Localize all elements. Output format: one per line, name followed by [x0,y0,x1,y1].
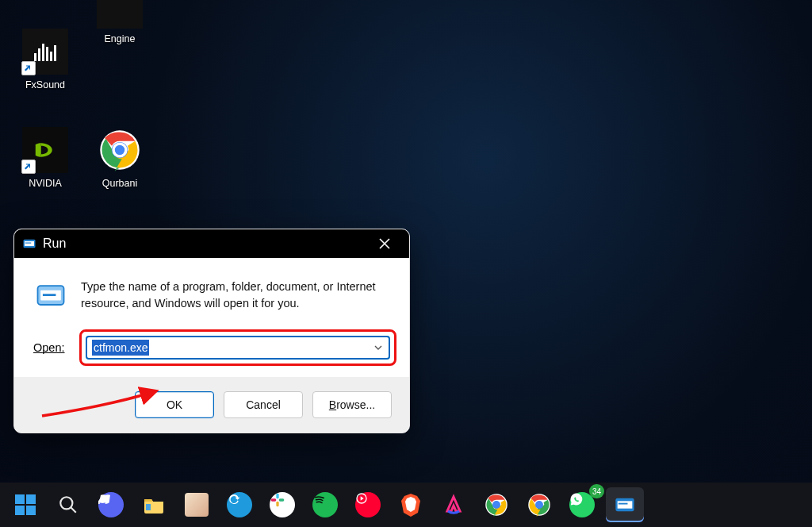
svg-rect-2 [42,44,44,61]
taskbar-app-youtube-music[interactable] [349,487,387,522]
svg-rect-16 [26,494,36,504]
brave-icon [400,492,422,517]
sync-icon [227,492,252,517]
chrome-icon [485,493,508,517]
svg-rect-4 [50,52,52,61]
taskbar-app-chrome-canary[interactable] [520,487,558,522]
svg-point-29 [535,501,543,509]
svg-rect-11 [25,243,32,244]
svg-rect-15 [15,494,25,504]
run-large-icon [33,279,68,314]
desktop-icon-label: Engine [105,33,136,44]
cancel-button[interactable]: Cancel [224,391,303,418]
taskbar-app-chrome[interactable] [477,487,515,522]
svg-rect-0 [34,53,36,61]
dialog-description: Type the name of a program, folder, docu… [81,279,390,312]
chrome-icon [97,127,143,173]
svg-rect-20 [146,504,151,510]
run-icon [22,237,36,251]
shortcut-arrow-icon [21,61,36,75]
taskbar-app-spotify[interactable] [306,487,344,522]
dialog-buttons: OK Cancel Browse... [14,377,409,433]
desktop-icon-label: NVIDIA [29,178,62,189]
open-combobox[interactable]: ctfmon.exe [86,336,390,360]
svg-rect-18 [26,506,36,515]
svg-rect-10 [25,241,34,246]
close-button[interactable] [368,233,401,255]
desktop-icon-engine[interactable]: Engine [86,0,154,44]
fxsound-icon [22,29,68,75]
svg-rect-31 [618,501,633,508]
taskbar-app-arc[interactable] [435,487,473,522]
run-dialog: Run Type the name of a program, folder, … [13,229,410,433]
dialog-body: Type the name of a program, folder, docu… [14,258,409,377]
svg-rect-21 [276,494,278,499]
taskbar-app-anime[interactable] [178,487,216,522]
desktop-icon-label: Qurbani [102,178,137,189]
start-button[interactable] [6,487,44,522]
taskbar-app-sync[interactable] [220,487,259,522]
svg-rect-1 [38,48,40,61]
svg-point-8 [113,144,126,156]
whatsapp-badge: 34 [589,484,604,498]
nvidia-icon [22,127,68,173]
anime-avatar-icon [185,493,209,517]
slack-icon [270,492,295,517]
app-icon [97,0,143,29]
svg-rect-24 [271,498,277,501]
svg-point-27 [492,501,500,509]
svg-rect-23 [276,502,278,507]
svg-rect-22 [279,498,285,501]
desktop-icon-nvidia[interactable]: NVIDIA [11,127,79,189]
chevron-down-icon[interactable] [373,342,384,353]
svg-rect-32 [619,503,628,505]
desktop-icon-label: FxSound [25,79,65,90]
search-button[interactable] [49,487,87,522]
windows-logo-icon [13,493,37,517]
discord-icon [98,492,124,517]
svg-rect-5 [54,45,56,61]
chrome-canary-icon [527,493,551,517]
search-icon [58,494,79,515]
youtube-music-icon [355,492,381,517]
svg-point-19 [60,497,72,509]
ok-button[interactable]: OK [135,391,214,418]
close-icon [379,238,390,249]
arc-icon [442,493,465,517]
taskbar-app-brave[interactable] [392,487,430,522]
svg-rect-14 [43,294,56,296]
open-value: ctfmon.exe [92,340,149,356]
taskbar-app-slack[interactable] [263,487,301,522]
desktop-icon-qurbani[interactable]: Qurbani [86,127,154,189]
taskbar-app-run[interactable] [606,487,644,522]
svg-rect-17 [15,506,25,515]
open-label: Open: [33,341,71,354]
desktop-icon-fxsound[interactable]: FxSound [11,29,79,90]
folder-icon [142,493,166,517]
titlebar-title: Run [43,237,66,251]
taskbar: 34 [0,483,812,527]
taskbar-app-whatsapp[interactable]: 34 [563,487,601,522]
titlebar[interactable]: Run [14,229,409,258]
svg-rect-3 [46,47,48,61]
shortcut-arrow-icon [21,160,36,174]
run-icon [614,494,636,516]
taskbar-app-discord[interactable] [92,487,130,522]
spotify-icon [312,492,338,517]
taskbar-app-file-explorer[interactable] [135,487,173,522]
browse-button[interactable]: Browse... [312,391,392,418]
